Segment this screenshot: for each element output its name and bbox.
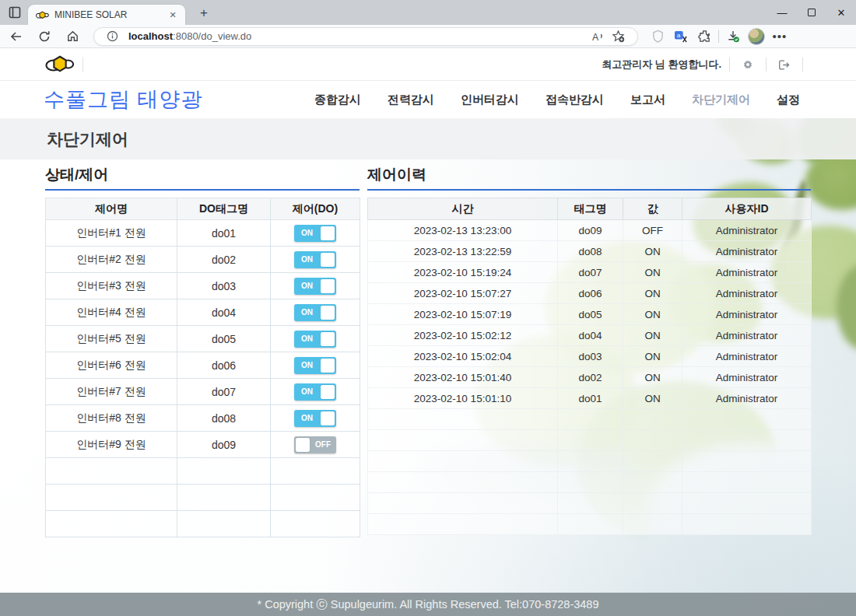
table-cell: ON xyxy=(623,388,682,409)
toggle-label: OFF xyxy=(315,436,331,453)
column-header: 시간 xyxy=(368,198,558,220)
nav-item-0[interactable]: 종합감시 xyxy=(314,93,361,107)
table-cell: 인버터#7 전원 xyxy=(46,379,177,405)
site-top-bar: 최고관리자 님 환영합니다. xyxy=(0,48,856,81)
table-row: 인버터#4 전원do04ON xyxy=(46,299,360,326)
empty-table-row xyxy=(46,511,360,537)
window-minimize-button[interactable]: — xyxy=(767,0,797,25)
table-cell: 2023-02-10 15:01:40 xyxy=(368,367,558,388)
settings-gear-icon[interactable] xyxy=(738,54,758,75)
table-cell: OFF xyxy=(271,432,360,458)
url-text: localhost:8080/do_view.do xyxy=(128,30,588,42)
do-toggle[interactable]: ON xyxy=(294,278,336,295)
home-icon[interactable] xyxy=(61,26,84,47)
table-cell: ON xyxy=(623,241,682,262)
bee-logo-icon xyxy=(45,54,75,75)
toggle-knob xyxy=(321,332,335,346)
table-cell xyxy=(368,409,558,430)
table-cell: ON xyxy=(271,379,360,405)
table-cell xyxy=(623,514,682,535)
site-nav-bar: 수풀그림 태양광 종합감시전력감시인버터감시접속반감시보고서차단기제어설정 xyxy=(0,81,856,118)
table-cell: do04 xyxy=(177,299,271,326)
table-cell: 2023-02-10 15:19:24 xyxy=(368,262,558,283)
window-close-button[interactable]: ✕ xyxy=(826,0,856,25)
do-toggle[interactable]: ON xyxy=(294,357,336,374)
toggle-knob xyxy=(321,279,335,293)
table-cell: ON xyxy=(271,299,360,326)
site-brand[interactable]: 수풀그림 태양광 xyxy=(44,86,203,114)
table-cell: Administrator xyxy=(682,283,812,304)
tab-actions-icon[interactable] xyxy=(8,5,22,19)
empty-table-row xyxy=(368,514,812,535)
empty-table-row xyxy=(46,458,360,485)
profile-avatar[interactable] xyxy=(745,26,768,47)
read-aloud-icon[interactable]: A xyxy=(588,28,608,45)
favorites-star-icon[interactable] xyxy=(608,28,628,45)
status-control-section: 상태/제어 제어명DO태그명제어(DO)인버터#1 전원do01ON인버터#2 … xyxy=(45,165,360,537)
toggle-knob xyxy=(321,411,335,425)
table-row: 인버터#8 전원do08ON xyxy=(46,405,360,432)
table-cell: ON xyxy=(271,326,360,352)
toggle-knob xyxy=(321,359,335,373)
section-heading: 상태/제어 xyxy=(45,165,360,187)
table-cell: do02 xyxy=(177,247,271,273)
translate-icon[interactable]: a xyxy=(669,26,693,47)
do-toggle[interactable]: OFF xyxy=(294,436,336,453)
control-history-section: 제어이력 시간태그명값사용자ID2023-02-13 13:23:00do09O… xyxy=(367,165,811,535)
svg-text:a: a xyxy=(677,32,681,39)
table-cell: ON xyxy=(271,273,360,299)
tracking-shield-icon[interactable] xyxy=(646,26,669,47)
toggle-knob xyxy=(321,385,335,399)
new-tab-button[interactable]: + xyxy=(196,5,212,21)
table-cell: 2023-02-10 15:07:27 xyxy=(368,283,558,304)
table-cell: ON xyxy=(623,325,682,346)
svg-text:A: A xyxy=(591,31,598,41)
logout-icon[interactable] xyxy=(774,54,795,75)
table-cell xyxy=(46,458,177,485)
table-cell xyxy=(271,511,360,537)
table-cell: do01 xyxy=(177,220,271,247)
table-cell: ON xyxy=(271,220,360,247)
nav-item-1[interactable]: 전력감시 xyxy=(388,93,434,107)
table-cell: do06 xyxy=(558,283,623,304)
table-cell: do09 xyxy=(558,220,623,241)
do-toggle[interactable]: ON xyxy=(294,251,336,268)
table-cell: 인버터#9 전원 xyxy=(46,432,177,458)
browser-tab[interactable]: MINIBEE SOLAR ✕ xyxy=(28,5,185,25)
site-info-icon[interactable] xyxy=(102,28,122,45)
tab-close-icon[interactable]: ✕ xyxy=(167,9,179,21)
top-bar-divider xyxy=(766,58,767,72)
table-cell: do05 xyxy=(558,304,623,325)
address-bar[interactable]: localhost:8080/do_view.do A xyxy=(93,27,638,46)
nav-item-3[interactable]: 접속반감시 xyxy=(546,93,604,107)
table-cell xyxy=(177,458,271,485)
column-header: 제어(DO) xyxy=(271,198,360,220)
do-toggle[interactable]: ON xyxy=(294,225,336,242)
table-cell xyxy=(368,472,558,493)
nav-item-6[interactable]: 설정 xyxy=(777,93,800,107)
back-icon[interactable] xyxy=(5,26,28,47)
column-header: 태그명 xyxy=(558,198,623,220)
do-toggle[interactable]: ON xyxy=(294,331,336,348)
refresh-icon[interactable] xyxy=(33,26,56,47)
table-cell: Administrator xyxy=(682,304,812,325)
settings-menu-icon[interactable]: ••• xyxy=(768,26,791,47)
nav-item-4[interactable]: 보고서 xyxy=(630,93,665,107)
table-cell: 인버터#6 전원 xyxy=(46,352,177,379)
table-row: 2023-02-10 15:07:19do05ONAdministrator xyxy=(368,304,812,325)
history-table: 시간태그명값사용자ID2023-02-13 13:23:00do09OFFAdm… xyxy=(367,198,812,535)
downloads-icon[interactable] xyxy=(721,26,745,47)
nav-item-5[interactable]: 차단기제어 xyxy=(692,93,750,107)
copyright-text: * Copyright ⓒ Supulgeurim. All Rights Re… xyxy=(257,597,598,612)
do-toggle[interactable]: ON xyxy=(294,383,336,401)
extensions-icon[interactable] xyxy=(693,26,716,47)
do-toggle[interactable]: ON xyxy=(294,410,336,427)
top-bar-divider xyxy=(729,58,730,72)
nav-item-2[interactable]: 인버터감시 xyxy=(461,93,519,107)
table-row: 2023-02-10 15:02:12do04ONAdministrator xyxy=(368,325,812,346)
section-heading: 제어이력 xyxy=(367,165,811,187)
table-cell: 인버터#8 전원 xyxy=(46,405,177,432)
table-cell: Administrator xyxy=(682,220,812,241)
window-maximize-button[interactable] xyxy=(797,0,826,25)
do-toggle[interactable]: ON xyxy=(294,304,336,321)
